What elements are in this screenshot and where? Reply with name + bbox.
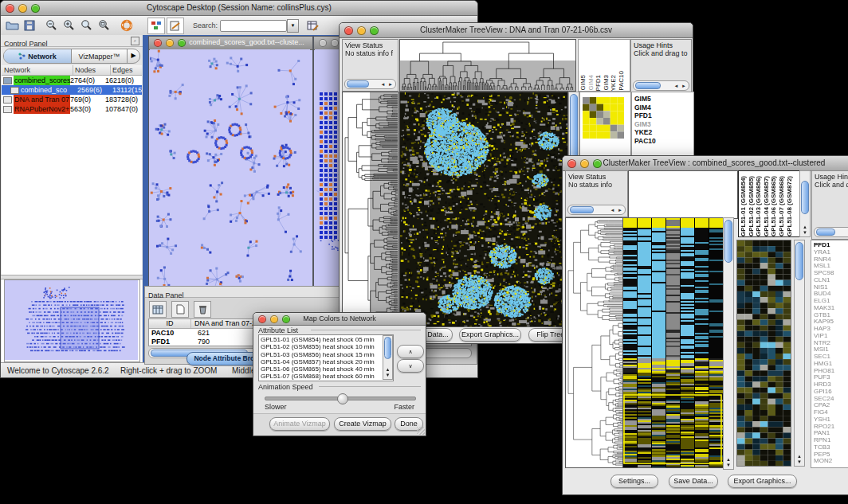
minimize-icon[interactable] [331, 39, 339, 47]
zoom-out-icon[interactable] [44, 18, 60, 33]
move-down-button[interactable]: ∨ [397, 359, 424, 373]
attribute-item[interactable]: GPL51-04 (GSM857) heat shock 20 min [259, 358, 393, 365]
tv1-row-label: GIM4 [634, 104, 693, 112]
map-colors-dialog: Map Colors to Network Attribute List GPL… [253, 312, 426, 436]
tab-vizmapper-label: VizMapper™ [79, 53, 120, 61]
annotation-icon[interactable] [167, 18, 184, 34]
view-status-title: View Status [345, 41, 398, 49]
tv2-status-scrollbar[interactable]: ◄ ► [567, 205, 626, 215]
save-icon[interactable] [22, 18, 37, 33]
tv1-column-label: GIM4 [588, 75, 595, 91]
data-panel-title: Data Panel [148, 291, 184, 299]
tv2-column-label: GPL51-06 (GSM865) [771, 176, 778, 236]
animate-vizmap-button[interactable]: Animate Vizmap [269, 417, 330, 431]
tv1-column-label: YKE2 [610, 75, 618, 91]
tv2-labels-vscrollbar[interactable]: ▲▼ [799, 170, 811, 237]
tv1-hints-scrollbar[interactable]: ◄ ► [633, 80, 689, 91]
tv1-export-graphics-button[interactable]: Export Graphics... [459, 328, 521, 342]
tab-network[interactable]: Network [4, 49, 72, 63]
control-panel-title: Control Panel [4, 40, 48, 48]
col-network[interactable]: Network [2, 65, 73, 75]
tv1-usage-hints-panel: Usage Hints Click and drag to ◄ ► [630, 39, 692, 93]
tv1-global-heatmap[interactable] [399, 92, 568, 327]
tv2-row-dendrogram[interactable] [565, 217, 624, 468]
birdseye-view[interactable] [5, 280, 138, 360]
tv2-column-dendrogram-area [628, 170, 738, 219]
tv2-detail-heatmap[interactable] [736, 240, 791, 467]
network-row-combined-sco-selected[interactable]: combined_sco 2569(6)13112(15) [2, 85, 142, 95]
search-input[interactable] [220, 20, 287, 32]
tv2-usage-hints-panel: Usage Hints Click and drag to ◄ ► [811, 170, 848, 240]
faster-label: Faster [394, 403, 414, 411]
vizmapper-icon[interactable] [147, 18, 165, 34]
tv2-detail-vscrollbar[interactable]: ▲▼ [794, 240, 805, 467]
tv2-global-heatmap[interactable] [622, 217, 724, 468]
tv1-status-scrollbar[interactable]: ◄ ► [344, 79, 396, 89]
open-file-icon[interactable] [4, 18, 20, 33]
usage-hints-text: Click and drag to [634, 49, 691, 57]
zoom-selected-icon[interactable] [79, 18, 95, 33]
tv2-column-label: GPL51-02 (GSM855) [748, 176, 756, 236]
attribute-list-vscrollbar[interactable]: ▲▼ [383, 335, 393, 380]
zoom-in-icon[interactable] [61, 18, 77, 33]
new-attribute-icon[interactable] [171, 301, 189, 318]
col-nodes[interactable]: Nodes [73, 65, 111, 75]
treeview2-title: ClusterMaker TreeView : combined_scores_… [563, 158, 848, 167]
tv2-gene-list: PFD1YRA1RNR4MSL1SPC98CLN1NIS1BUD4ELG1MAK… [811, 240, 848, 468]
attribute-item[interactable]: GPL51-06 (GSM865) heat shock 40 min [259, 365, 393, 373]
tv2-column-label: GPL51-01 (GSM854) [740, 176, 748, 236]
usage-hints-text: Click and drag to [815, 181, 848, 189]
tv2-column-label: GPL51-03 (GSM856) [756, 176, 763, 236]
attribute-item[interactable]: GPL51-07 (GSM868) heat shock 60 min [259, 373, 393, 380]
network-row-dna-tran[interactable]: DNA and Tran 07 769(0)183728(0) [2, 95, 142, 104]
tv1-row-label: PFD1 [634, 111, 693, 120]
slider-thumb[interactable] [337, 393, 348, 404]
tv2-global-vscrollbar[interactable]: ▲▼ [723, 217, 734, 470]
select-attributes-icon[interactable] [149, 301, 167, 318]
gene-label[interactable]: MON2 [814, 458, 848, 465]
main-title-bar[interactable]: Cytoscape Desktop (Session Name: collins… [1, 1, 477, 16]
tv2-hints-scrollbar[interactable]: ◄ ► [814, 227, 848, 237]
tv2-settings-button[interactable]: Settings... [610, 475, 658, 488]
status-welcome: Welcome to Cytoscape 2.6.2 [7, 366, 109, 375]
help-ring-icon[interactable] [119, 18, 135, 33]
move-up-button[interactable]: ∧ [397, 345, 424, 358]
tv2-column-label: GPL51-08 (GSM872) [787, 176, 794, 236]
view-status-text: No status info f [345, 49, 398, 57]
animation-speed-slider[interactable] [265, 397, 416, 400]
network-row-rnapuber[interactable]: RNAPuberNov2+ 563(0)107847(0) [2, 104, 142, 114]
data-col-id[interactable]: ID [149, 319, 191, 328]
float-panel-icon[interactable]: ⌕ [131, 37, 139, 45]
tv2-column-labels: GPL51-01 (GSM854)GPL51-02 (GSM855)GPL51-… [738, 170, 802, 237]
tab-network-label: Network [28, 53, 57, 61]
tv2-view-status-panel: View Status No status info ◄ ► [565, 170, 628, 217]
tv1-row-dendrogram[interactable] [342, 92, 399, 327]
delete-attribute-icon[interactable] [194, 301, 211, 318]
tv2-export-graphics-button[interactable]: Export Graphics... [728, 475, 797, 488]
tv1-column-label: PAC10 [618, 71, 626, 91]
attribute-item[interactable]: GPL51-03 (GSM856) heat shock 15 min [259, 351, 393, 358]
tv1-row-label: YKE2 [634, 128, 693, 137]
tv1-detail-matrix[interactable] [583, 97, 624, 139]
tv2-save-data-button[interactable]: Save Data... [669, 475, 718, 488]
tv1-column-label: PFD1 [595, 75, 603, 91]
attribute-item[interactable]: GPL51-02 (GSM855) heat shock 10 min [259, 343, 393, 350]
search-dropdown-icon[interactable]: ▼ [287, 19, 299, 33]
create-vizmap-button[interactable]: Create Vizmap [334, 417, 391, 431]
search-label: Search: [193, 21, 218, 29]
tab-vizmapper[interactable]: VizMapper™ [72, 49, 127, 63]
attribute-editor-icon[interactable] [304, 18, 320, 33]
usage-hints-title: Usage Hints [634, 41, 691, 49]
animation-speed-label: Animation Speed [258, 383, 313, 391]
attribute-item[interactable]: GPL51-01 (GSM854) heat shock 05 min [259, 336, 393, 343]
col-edges[interactable]: Edges [111, 65, 142, 75]
close-icon[interactable] [319, 39, 327, 47]
main-window-title: Cytoscape Desktop (Session Name: collins… [1, 3, 477, 12]
network-view-canvas[interactable] [150, 49, 310, 296]
network-row-combined-scores[interactable]: combined_scores 2764(0)16218(0) [2, 76, 142, 85]
resize-grip[interactable] [417, 427, 425, 435]
tv1-column-dendrogram[interactable] [399, 39, 576, 92]
zoom-fit-icon[interactable] [96, 18, 112, 33]
tab-overflow-arrow[interactable]: ▶ [127, 49, 139, 63]
tv1-row-label: GIM3 [634, 120, 693, 129]
